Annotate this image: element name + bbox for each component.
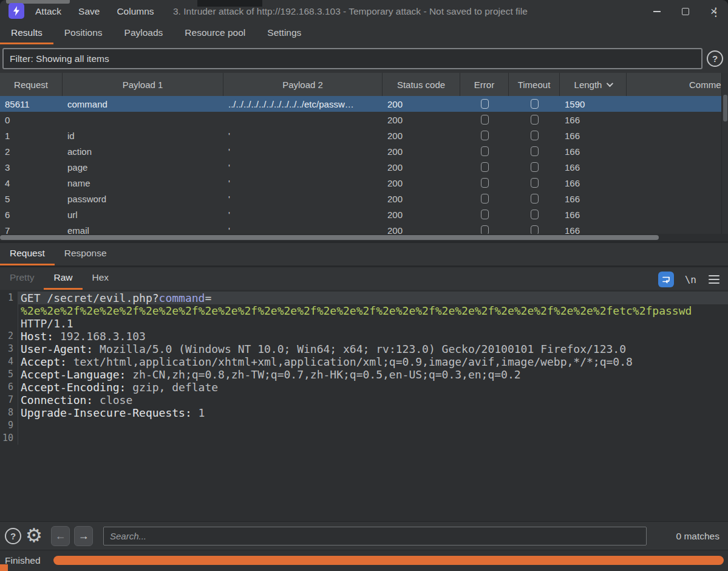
table-row[interactable]: 7email'200166 [0, 222, 728, 234]
cell-request: 4 [0, 178, 63, 188]
error-checkbox[interactable] [481, 178, 489, 188]
title-bar: AttackSaveColumns 3. Intruder attack of … [0, 0, 728, 22]
cell-status: 200 [383, 146, 460, 157]
timeout-checkbox[interactable] [531, 194, 539, 203]
column-header-status-code[interactable]: Status code [383, 73, 460, 96]
cell-payload2: ../../../../../../../../../../etc/passw… [223, 99, 383, 109]
vertical-scrollbar[interactable] [721, 73, 728, 234]
timeout-checkbox[interactable] [531, 225, 539, 234]
cell-payload1: command [63, 99, 223, 109]
column-header-payload-1[interactable]: Payload 1 [63, 73, 223, 96]
table-row[interactable]: 2action'200166 [0, 143, 728, 159]
cell-request: 7 [0, 225, 63, 234]
error-checkbox[interactable] [481, 162, 489, 172]
column-header-error[interactable]: Error [460, 73, 509, 96]
cell-length: 166 [560, 146, 627, 157]
table-row[interactable]: 5password'200166 [0, 191, 728, 207]
code-segment-hname: Accept: [21, 355, 67, 368]
request-editor[interactable]: 1GET /secret/evil.php?command=%2e%2e%2f%… [0, 290, 728, 521]
tab-results[interactable]: Results [0, 22, 53, 44]
view-tab-bar: PrettyRawHex [0, 267, 728, 290]
gear-icon: ⚙ [26, 525, 43, 546]
cell-payload1: url [63, 210, 223, 220]
search-input[interactable] [103, 527, 647, 545]
cell-error [460, 146, 509, 156]
table-row[interactable]: 0200166 [0, 112, 728, 128]
previous-match-button[interactable]: ← [51, 526, 70, 546]
table-row[interactable]: 4name'200166 [0, 175, 728, 191]
cell-payload1: name [63, 178, 223, 188]
line-number: 8 [0, 406, 18, 419]
minimize-button[interactable] [642, 0, 671, 22]
maximize-button[interactable] [671, 0, 699, 22]
editor-toolbar-icons: \n [658, 270, 728, 289]
timeout-checkbox[interactable] [531, 99, 539, 109]
timeout-checkbox[interactable] [531, 178, 539, 188]
horizontal-scrollbar-thumb[interactable] [0, 235, 659, 240]
tab-response[interactable]: Response [55, 243, 117, 265]
code-segment-hval: 192.168.3.103 [53, 330, 146, 343]
line-content [18, 419, 728, 432]
error-checkbox[interactable] [481, 131, 489, 140]
search-help-button[interactable]: ? [5, 528, 21, 544]
column-header-length[interactable]: Length [560, 73, 627, 96]
column-header-request[interactable]: Request [0, 73, 63, 96]
results-table: RequestPayload 1Payload 2Status codeErro… [0, 73, 728, 241]
next-match-button[interactable]: → [74, 526, 93, 546]
error-checkbox[interactable] [481, 194, 489, 203]
tab-settings[interactable]: Settings [256, 22, 312, 44]
column-label: Status code [397, 80, 445, 90]
menu-save[interactable]: Save [70, 0, 108, 22]
tab-hex[interactable]: Hex [83, 267, 119, 290]
timeout-checkbox[interactable] [531, 162, 539, 172]
word-wrap-toggle-button[interactable] [658, 272, 674, 287]
cell-status: 200 [383, 131, 460, 141]
cell-status: 200 [383, 210, 460, 220]
tab-raw[interactable]: Raw [44, 267, 82, 290]
error-checkbox[interactable] [481, 225, 489, 234]
timeout-checkbox[interactable] [531, 146, 539, 156]
line-content: Host: 192.168.3.103 [18, 330, 728, 343]
cell-length: 166 [560, 210, 627, 220]
horizontal-scrollbar[interactable] [0, 234, 728, 241]
menu-columns[interactable]: Columns [108, 0, 162, 22]
table-row[interactable]: 1id'200166 [0, 128, 728, 143]
burp-lightning-icon [9, 3, 24, 19]
tab-positions[interactable]: Positions [53, 22, 114, 44]
editor-menu-icon[interactable] [709, 275, 719, 284]
cell-payload2: ' [223, 225, 383, 234]
column-header-payload-2[interactable]: Payload 2 [223, 73, 383, 96]
line-number: 2 [0, 330, 18, 343]
error-checkbox[interactable] [481, 115, 489, 125]
timeout-checkbox[interactable] [531, 210, 539, 219]
table-row[interactable]: 85611command../../../../../../../../../.… [0, 96, 728, 112]
tab-payloads[interactable]: Payloads [114, 22, 174, 44]
filter-help-button[interactable]: ? [707, 50, 723, 67]
show-newlines-icon[interactable]: \n [685, 274, 696, 286]
line-content: Accept-Language: zh-CN,zh;q=0.8,zh-TW;q=… [18, 368, 728, 381]
filter-bar[interactable]: Filter: Showing all items [2, 48, 702, 69]
table-row[interactable]: 6url'200166 [0, 207, 728, 222]
menu-attack[interactable]: Attack [27, 0, 70, 22]
column-header-comment[interactable]: Comment [627, 73, 728, 96]
tab-request[interactable]: Request [0, 243, 55, 265]
timeout-checkbox[interactable] [531, 131, 539, 140]
cell-payload2: ' [223, 210, 383, 220]
error-checkbox[interactable] [481, 146, 489, 156]
tab-resource-pool[interactable]: Resource pool [174, 22, 256, 44]
line-content: Upgrade-Insecure-Requests: 1 [18, 406, 728, 419]
line-content: Accept: text/html,application/xhtml+xml,… [18, 355, 728, 368]
search-settings-button[interactable]: ⚙ [26, 524, 43, 547]
cell-payload2: ' [223, 194, 383, 204]
error-checkbox[interactable] [481, 99, 489, 109]
column-label: Error [474, 80, 494, 90]
table-row[interactable]: 3page'200166 [0, 159, 728, 175]
column-header-timeout[interactable]: Timeout [509, 73, 560, 96]
timeout-checkbox[interactable] [531, 115, 539, 125]
error-checkbox[interactable] [481, 210, 489, 219]
line-content: GET /secret/evil.php?command= [18, 292, 728, 304]
vertical-scrollbar-thumb[interactable] [723, 95, 727, 121]
cell-timeout [509, 99, 560, 109]
intruder-attack-window: AttackSaveColumns 3. Intruder attack of … [0, 0, 728, 571]
message-options-kebab-button[interactable]: ⋮ [709, 4, 723, 19]
